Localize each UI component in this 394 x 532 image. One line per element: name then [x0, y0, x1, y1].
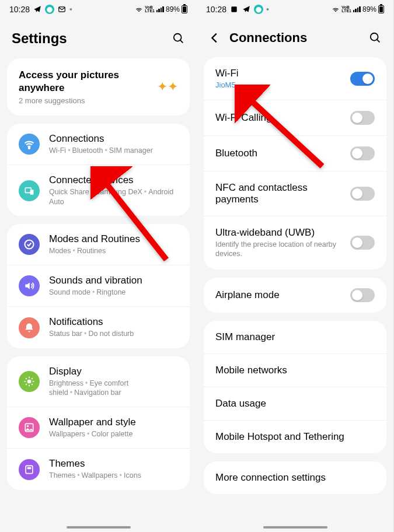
suggestion-title: Access your pictures anywhere — [19, 69, 157, 94]
battery-icon — [182, 5, 187, 13]
settings-group: Connections Wi-Fi•Bluetooth•SIM manager … — [7, 124, 190, 216]
svg-rect-21 — [231, 6, 236, 12]
setting-title: Display — [49, 366, 178, 377]
status-more-dot: • — [69, 5, 72, 14]
conn-item-mobile-networks[interactable]: Mobile networks — [204, 354, 386, 387]
svg-line-12 — [26, 378, 27, 379]
setting-desc: Sound mode•Ringtone — [49, 288, 178, 297]
setting-title: Connections — [49, 133, 178, 145]
setting-item-connections[interactable]: Connections Wi-Fi•Bluetooth•SIM manager — [7, 124, 190, 164]
conn-title: Data usage — [215, 398, 375, 410]
svg-line-23 — [377, 40, 380, 43]
sound-icon — [19, 275, 40, 296]
status-more-dot: • — [266, 5, 269, 14]
connections-group: SIM managerMobile networksData usageMobi… — [204, 321, 386, 453]
status-bar: 10:28 ⬤ • VoBLTE1 89% — [0, 0, 197, 16]
setting-desc: Wallpapers•Color palette — [49, 429, 178, 439]
conn-item-nfc-and-contactless-payments[interactable]: NFC and contactless payments — [204, 171, 386, 216]
phone-connections: 10:28 ⬤ • VoBLTE1 89% Connections Wi-FiJ… — [197, 0, 393, 532]
app-icon: ⬤ — [254, 5, 263, 14]
connections-group: Airplane mode — [204, 278, 386, 313]
status-bar: 10:28 ⬤ • VoBLTE1 89% — [197, 0, 393, 16]
svg-rect-19 — [27, 467, 32, 468]
sparkle-icon: ✦✦ — [157, 79, 178, 94]
conn-item-wi-fi-calling[interactable]: Wi-Fi Calling — [204, 100, 386, 135]
conn-title: Mobile networks — [215, 365, 375, 376]
toggle-switch[interactable] — [350, 236, 375, 250]
conn-title: Wi-Fi Calling — [215, 112, 350, 124]
lte-badge: VoBLTE1 — [145, 6, 155, 12]
setting-desc: Wi-Fi•Bluetooth•SIM manager — [49, 146, 178, 155]
setting-title: Sounds and vibration — [49, 275, 178, 286]
battery-icon — [378, 5, 384, 13]
connections-group: Wi-FiJioM5Wi-Fi CallingBluetoothNFC and … — [204, 57, 386, 270]
svg-line-13 — [32, 384, 33, 385]
wifi-status-icon — [332, 5, 340, 13]
setting-item-wallpaper-and-style[interactable]: Wallpaper and style Wallpapers•Color pal… — [7, 407, 190, 448]
conn-title: Ultra-wideband (UWB) — [215, 227, 350, 239]
setting-item-notifications[interactable]: Notifications Status bar•Do not disturb — [7, 306, 190, 348]
screenshot-icon — [229, 5, 239, 14]
setting-title: Notifications — [49, 316, 178, 328]
wifi-icon — [19, 134, 40, 155]
setting-desc: Quick Share•Samsung DeX•Android Auto — [49, 187, 178, 206]
conn-item-wi-fi[interactable]: Wi-FiJioM5 — [204, 57, 386, 100]
home-indicator[interactable] — [263, 526, 327, 528]
suggestion-card[interactable]: Access your pictures anywhere 2 more sug… — [7, 58, 190, 116]
battery-pct: 89% — [362, 5, 376, 13]
conn-item-bluetooth[interactable]: Bluetooth — [204, 135, 386, 171]
setting-item-sounds-and-vibration[interactable]: Sounds and vibration Sound mode•Ringtone — [7, 265, 190, 306]
toggle-switch[interactable] — [350, 111, 375, 125]
back-icon[interactable] — [208, 32, 221, 44]
signal-icon — [353, 6, 361, 12]
svg-rect-18 — [26, 466, 33, 473]
search-icon[interactable] — [172, 32, 185, 45]
conn-item-airplane-mode[interactable]: Airplane mode — [204, 278, 386, 313]
setting-item-display[interactable]: Display Brightness•Eye comfort shield•Na… — [7, 356, 190, 407]
page-title: Connections — [229, 30, 369, 46]
setting-desc: Modes•Routines — [49, 246, 178, 256]
conn-item-mobile-hotspot-and-tethering[interactable]: Mobile Hotspot and Tethering — [204, 420, 386, 453]
status-time: 10:28 — [206, 5, 226, 14]
conn-title: NFC and contactless payments — [215, 182, 350, 205]
setting-item-modes-and-routines[interactable]: Modes and Routines Modes•Routines — [7, 224, 190, 265]
toggle-switch[interactable] — [350, 72, 375, 86]
signal-icon — [156, 6, 164, 12]
header: Connections — [197, 16, 393, 57]
svg-rect-5 — [30, 190, 34, 194]
setting-desc: Status bar•Do not disturb — [49, 329, 178, 338]
conn-title: SIM manager — [215, 331, 375, 343]
conn-desc: Identify the precise location of nearby … — [215, 240, 350, 259]
connections-group: More connection settings — [204, 461, 386, 494]
svg-line-2 — [180, 40, 183, 43]
wifi-status-icon — [135, 5, 143, 13]
bell-icon — [19, 317, 40, 338]
search-icon[interactable] — [369, 32, 382, 44]
conn-title: Bluetooth — [215, 148, 350, 159]
setting-title: Themes — [49, 458, 178, 470]
page-title: Settings — [12, 30, 172, 47]
suggestion-sub: 2 more suggestions — [19, 96, 157, 105]
display-icon — [19, 371, 40, 392]
home-indicator[interactable] — [67, 526, 131, 528]
setting-item-themes[interactable]: Themes Themes•Wallpapers•Icons — [7, 448, 190, 489]
setting-desc: Brightness•Eye comfort shield•Navigation… — [49, 379, 178, 398]
toggle-switch[interactable] — [350, 288, 375, 302]
telegram-icon — [33, 5, 42, 14]
conn-item-more-connection-settings[interactable]: More connection settings — [204, 461, 386, 494]
header: Settings — [0, 16, 197, 58]
toggle-switch[interactable] — [350, 146, 375, 160]
toggle-switch[interactable] — [350, 187, 375, 201]
themes-icon — [19, 459, 40, 480]
conn-item-sim-manager[interactable]: SIM manager — [204, 321, 386, 354]
svg-line-15 — [32, 378, 33, 379]
svg-point-1 — [174, 34, 182, 41]
setting-item-connected-devices[interactable]: Connected devices Quick Share•Samsung De… — [7, 164, 190, 216]
wallpaper-icon — [19, 417, 40, 438]
devices-icon — [19, 180, 40, 201]
conn-item-data-usage[interactable]: Data usage — [204, 387, 386, 420]
svg-point-3 — [29, 148, 30, 149]
conn-sub: JioM5 — [215, 80, 350, 89]
conn-item-ultra-wideband-uwb-[interactable]: Ultra-wideband (UWB)Identify the precise… — [204, 216, 386, 270]
setting-title: Wallpaper and style — [49, 416, 178, 428]
